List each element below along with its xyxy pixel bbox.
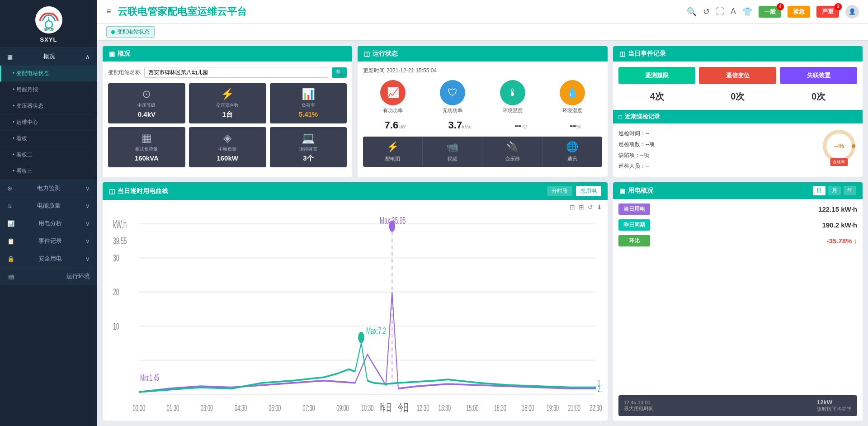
fullscreen-icon[interactable]: ⛶ — [716, 7, 724, 16]
urgent-alert-button[interactable]: 紧急 — [788, 6, 810, 18]
svg-text:19:30: 19:30 — [547, 403, 559, 413]
power-header-icon: ▣ — [619, 187, 625, 194]
distribution-diagram-icon: ⚡ — [387, 141, 399, 153]
overview-search-row: 变配电站名称 🔍 — [108, 67, 347, 78]
nav-item-transformer-status[interactable]: • 变压器状态 — [0, 98, 97, 114]
svg-text:21:00: 21:00 — [568, 403, 580, 413]
video-icon: 📹 — [446, 141, 458, 153]
nav-section-events[interactable]: 📋 事件记录 ∨ — [0, 232, 97, 250]
menu-toggle-button[interactable]: ≡ — [106, 7, 111, 16]
chart-card-body: ⊡ ⊞ ↺ ⬇ kW.h 39.55 — [103, 200, 608, 421]
subheader: 变配电站状态 — [97, 24, 868, 41]
power-tab-day[interactable]: 日 — [813, 186, 826, 195]
action-communication[interactable]: 🌐 通讯 — [542, 137, 602, 167]
svg-text:昨日: 昨日 — [380, 402, 391, 414]
svg-text:04:30: 04:30 — [235, 403, 247, 413]
power-tab-month[interactable]: 月 — [828, 186, 841, 195]
search-input[interactable] — [144, 67, 328, 78]
action-transformer[interactable]: 🔌 变压器 — [482, 137, 542, 167]
severe-alert-button[interactable]: 严重 3 — [816, 6, 839, 18]
nav-overview-chevron: ∧ — [85, 53, 90, 60]
temperature-value: --°C — [514, 119, 527, 131]
active-power-value: 7.6kW — [385, 119, 406, 131]
nav-item-substation-status[interactable]: • 变配电站状态 — [0, 66, 97, 82]
running-card-body: 更新时间 2021-12-21 15:55:04 📈 有功功率 🛡 无功功率 🌡… — [358, 62, 607, 177]
nav-item-ops-center[interactable]: • 运维中心 — [0, 114, 97, 131]
patrol-gauge: --% 合格率 — [821, 128, 857, 164]
running-header-icon: ◫ — [364, 50, 370, 57]
svg-text:10:30: 10:30 — [361, 403, 373, 413]
app-title: 云联电管家配电室运维云平台 — [118, 5, 687, 19]
action-row: ⚡ 配电图 📹 视频 🔌 变压器 🌐 通讯 — [363, 137, 602, 167]
svg-text:16:30: 16:30 — [494, 403, 506, 413]
power-tab-year[interactable]: 年 — [844, 186, 856, 195]
svg-text:20: 20 — [113, 286, 119, 298]
svg-text:今日: 今日 — [398, 402, 409, 414]
svg-text:Max:35.95: Max:35.95 — [380, 215, 406, 226]
chart-refresh-icon[interactable]: ↺ — [588, 204, 593, 211]
status-tag[interactable]: 变配电站状态 — [106, 26, 155, 38]
telemetry-exceed-button[interactable]: 遥测越限 — [618, 67, 696, 84]
distribution-diagram-label: 配电图 — [385, 156, 400, 162]
power-bottom-time: 12:45-13:00 — [624, 400, 654, 405]
search-icon[interactable]: 🔍 — [687, 7, 697, 17]
patrol-header-icon: □ — [618, 114, 622, 120]
chart-crop-icon[interactable]: ⊡ — [570, 204, 575, 211]
total-button[interactable]: 总用电 — [576, 186, 601, 196]
nav-item-board2[interactable]: • 看板二 — [0, 147, 97, 163]
events-card: ◫ 当日事件记录 遥测越限 遥信变位 失联装置 4次 0次 0次 □ 近期巡检记… — [613, 46, 863, 177]
disconnected-device-button[interactable]: 失联装置 — [780, 67, 857, 84]
power-bottom-right: 12kW 该时段平均功率 — [817, 399, 852, 412]
nav-events-icon: 📋 — [7, 238, 14, 245]
chart-header-icon: ◫ — [109, 188, 115, 195]
nav-energy-analysis-label: 用电分析 — [38, 219, 62, 227]
nav-item-energy-report[interactable]: • 用能月报 — [0, 82, 97, 98]
nav-environment-label: 运行环境 — [66, 272, 90, 280]
load-rate-icon: 📊 — [302, 88, 315, 100]
nav-section-energy-analysis[interactable]: 📊 用电分析 ∨ — [0, 215, 97, 232]
metric-reactive-power: 🛡 无功功率 — [440, 80, 465, 114]
voltage-icon: ⊙ — [142, 88, 151, 100]
svg-text:30: 30 — [113, 252, 119, 264]
nav-section-power-monitor[interactable]: ⊛ 电力监测 ∨ — [0, 180, 97, 197]
search-button[interactable]: 🔍 — [332, 67, 347, 78]
general-alert-button[interactable]: 一般 4 — [759, 6, 781, 18]
power-bottom-label2: 该时段平均功率 — [817, 406, 852, 412]
user-avatar[interactable]: 👤 — [845, 5, 859, 19]
action-distribution-diagram[interactable]: ⚡ 配电图 — [363, 137, 423, 167]
ratio-value: -35.78% ↓ — [826, 237, 857, 245]
nav-energy-analysis-icon: 📊 — [7, 220, 14, 227]
stats-grid: ⊙ 中压等级 0.4kV ⚡ 变压器台数 1台 📊 负荷率 5.41% — [108, 83, 347, 167]
nav-section-environment[interactable]: 📹 运行环境 — [0, 268, 97, 285]
nav-events-label: 事件记录 — [38, 237, 62, 245]
font-icon[interactable]: A — [731, 7, 736, 16]
remote-signal-button[interactable]: 遥信变位 — [699, 67, 776, 84]
power-bottom-value: 12kW — [817, 399, 852, 406]
theme-icon[interactable]: 👕 — [742, 7, 752, 17]
action-video[interactable]: 📹 视频 — [423, 137, 482, 167]
nav-section-energy-quality[interactable]: ≋ 电能质量 ∨ — [0, 197, 97, 215]
refresh-icon[interactable]: ↺ — [703, 7, 710, 17]
period-button[interactable]: 分时段 — [547, 186, 572, 196]
nav-energy-analysis-chevron: ∨ — [85, 220, 90, 227]
metric-active-power: 📈 有功功率 — [380, 80, 406, 114]
nav-item-board[interactable]: • 看板 — [0, 131, 97, 147]
overview-card-body: 变配电站名称 🔍 ⊙ 中压等级 0.4kV ⚡ 变压器台数 1台 — [103, 62, 352, 177]
nav-section-overview[interactable]: ▦ 概况 ∧ — [0, 48, 97, 66]
nav-power-monitor-icon: ⊛ — [7, 185, 12, 192]
svg-text:12:30: 12:30 — [417, 403, 429, 413]
kw-label: 中频负量 — [218, 146, 236, 152]
logo-image: 联电管 — [35, 6, 62, 33]
chart-expand-icon[interactable]: ⊞ — [579, 204, 584, 211]
overview-card: ▣ 概况 变配电站名称 🔍 ⊙ 中压等级 0.4kV ⚡ — [103, 46, 352, 177]
today-label: 当日用电 — [618, 204, 650, 215]
nav-section-safety[interactable]: 🔒 安全用电 ∨ — [0, 250, 97, 268]
power-bottom-left: 12:45-13:00 最大用电时间 — [624, 400, 654, 412]
chart-svg: kW.h 39.55 30 20 10 — [108, 213, 602, 417]
nav-item-board3[interactable]: • 看板三 — [0, 163, 97, 180]
nav-overview-label: 概况 — [43, 52, 55, 61]
load-rate-value: 5.41% — [299, 110, 318, 118]
chart-download-icon[interactable]: ⬇ — [597, 204, 602, 211]
power-bottom-row: 12:45-13:00 最大用电时间 12kW 该时段平均功率 — [618, 395, 857, 416]
stat-transformer: ⚡ 变压器台数 1台 — [189, 83, 266, 123]
